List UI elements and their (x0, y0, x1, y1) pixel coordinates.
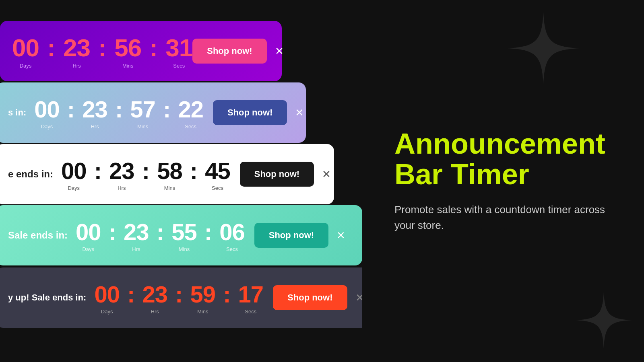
secs-value-5: 17 (238, 281, 264, 308)
announcement-bar-2: s in: 00 Days : 23 Hrs : 57 Mins : 22 Se… (0, 82, 306, 143)
page-heading: Announcement Bar Timer (394, 129, 612, 189)
bars-container: 00 Days : 23 Hrs : 56 Mins : 31 Secs Sho… (0, 0, 382, 362)
days-label-2: Days (41, 123, 53, 130)
mins-value-2: 57 (130, 96, 155, 123)
star-decoration-bottom (576, 292, 632, 350)
mins-label-2: Mins (137, 123, 148, 130)
timer-4: 00 Days : 23 Hrs : 55 Mins : 06 Secs (76, 218, 245, 252)
mins-label-1: Mins (122, 63, 133, 69)
mins-label-5: Mins (197, 309, 208, 315)
heading-line2: Bar Timer (394, 158, 529, 190)
secs-label-3: Secs (212, 185, 223, 191)
shop-now-button-3[interactable]: Shop now! (240, 162, 314, 187)
days-label-1: Days (20, 63, 32, 69)
bar-label-5: y up! Sale ends in: (8, 292, 86, 303)
hrs-label-2: Hrs (91, 123, 99, 130)
secs-label-2: Secs (185, 123, 196, 130)
mins-value-3: 58 (157, 157, 182, 184)
mins-value-1: 56 (114, 33, 141, 62)
bar-label-4: Sale ends in: (8, 230, 68, 241)
secs-value-3: 45 (205, 157, 230, 184)
announcement-bar-1: 00 Days : 23 Hrs : 56 Mins : 31 Secs Sho… (0, 21, 282, 81)
hrs-value-5: 23 (142, 281, 167, 308)
close-button-1[interactable]: ✕ (275, 46, 284, 56)
bar-label-3: e ends in: (8, 169, 53, 180)
mins-value-4: 55 (171, 218, 197, 245)
hrs-label-3: Hrs (118, 185, 126, 191)
secs-value-1: 31 (165, 33, 192, 62)
sep: : (143, 33, 164, 62)
timer-3: 00 Days : 23 Hrs : 58 Mins : 45 Secs (61, 157, 230, 191)
days-value-5: 00 (94, 281, 120, 308)
shop-now-button-1[interactable]: Shop now! (192, 39, 266, 64)
days-value-2: 00 (34, 96, 60, 123)
mins-label-3: Mins (164, 185, 175, 191)
secs-value-2: 22 (178, 96, 203, 123)
hrs-value-4: 23 (124, 218, 149, 245)
days-label-4: Days (82, 246, 94, 252)
days-value-1: 00 (12, 33, 39, 62)
sep: : (92, 33, 113, 62)
sep: : (41, 33, 62, 62)
timer-2: 00 Days : 23 Hrs : 57 Mins : 22 Secs (34, 96, 203, 130)
shop-now-button-5[interactable]: Shop now! (273, 285, 347, 310)
close-button-4[interactable]: ✕ (336, 230, 345, 241)
bar-label-2: s in: (8, 107, 26, 118)
announcement-bar-5: y up! Sale ends in: 00 Days : 23 Hrs : 5… (0, 267, 382, 328)
shop-now-button-4[interactable]: Shop now! (254, 223, 328, 248)
days-label-3: Days (68, 185, 80, 191)
secs-label-1: Secs (173, 63, 185, 69)
days-value-3: 00 (61, 157, 87, 184)
announcement-bar-4: Sale ends in: 00 Days : 23 Hrs : 55 Mins… (0, 205, 362, 265)
secs-label-5: Secs (245, 309, 256, 315)
hrs-value-3: 23 (109, 157, 134, 184)
close-button-2[interactable]: ✕ (295, 107, 304, 118)
hrs-label-5: Hrs (151, 309, 159, 315)
timer-1: 00 Days : 23 Hrs : 56 Mins : 31 Secs (12, 33, 192, 69)
star-decoration-top (507, 12, 580, 86)
timer-5: 00 Days : 23 Hrs : 59 Mins : 17 Secs (94, 281, 263, 315)
secs-label-4: Secs (226, 246, 238, 252)
mins-value-5: 59 (190, 281, 216, 308)
days-label-5: Days (101, 309, 113, 315)
shop-now-button-2[interactable]: Shop now! (213, 100, 287, 125)
right-panel: Announcement Bar Timer Promote sales wit… (362, 0, 644, 362)
page-subtext: Promote sales with a countdown timer acr… (394, 202, 612, 233)
mins-label-4: Mins (179, 246, 190, 252)
close-button-3[interactable]: ✕ (322, 169, 331, 179)
hrs-value-2: 23 (82, 96, 107, 123)
hrs-value-1: 23 (63, 33, 90, 62)
announcement-bar-3: e ends in: 00 Days : 23 Hrs : 58 Mins : … (0, 144, 334, 204)
hrs-label-4: Hrs (132, 246, 140, 252)
hrs-label-1: Hrs (72, 63, 80, 69)
days-value-4: 00 (76, 218, 101, 245)
heading-line1: Announcement (394, 128, 605, 160)
secs-value-4: 06 (219, 218, 245, 245)
